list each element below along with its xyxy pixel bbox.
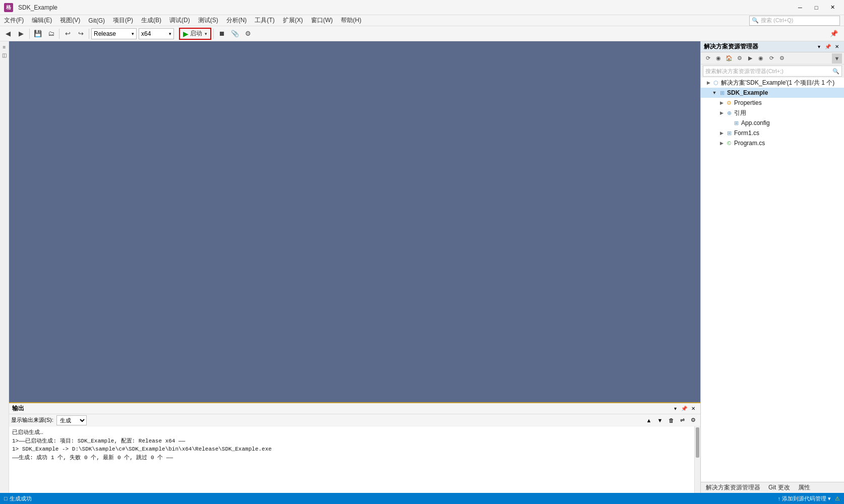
output-panel: 输出 ▾ 📌 ✕ 显示输出来源(S): 生成 ▲ ▼ 🗑 ⇌ ⚙ xyxy=(9,402,700,493)
menu-test[interactable]: 测试(S) xyxy=(194,15,222,26)
output-clear-btn[interactable]: 🗑 xyxy=(666,415,676,425)
output-collapse-btn[interactable]: ▾ xyxy=(671,405,679,413)
se-close-btn[interactable]: ✕ xyxy=(833,43,841,51)
se-btn-filter[interactable]: ▼ xyxy=(832,53,842,64)
se-btn-2[interactable]: ◉ xyxy=(713,53,724,64)
minimize-button[interactable]: ─ xyxy=(793,3,808,13)
tree-properties[interactable]: ▶ ⚙ Properties xyxy=(701,98,844,108)
menu-build[interactable]: 生成(B) xyxy=(137,15,165,26)
sep2 xyxy=(59,29,59,39)
menu-extensions[interactable]: 扩展(X) xyxy=(279,15,307,26)
toolbar-more-btn[interactable]: ⚙ xyxy=(242,28,254,40)
output-toolbar: 显示输出来源(S): 生成 ▲ ▼ 🗑 ⇌ ⚙ xyxy=(9,414,700,426)
output-content: 已启动生成… 1>——已启动生成: 项目: SDK_Example, 配置: R… xyxy=(9,426,694,493)
play-icon: ▶ xyxy=(183,30,189,38)
toolbar-save-btn[interactable]: 💾 xyxy=(32,28,44,40)
se-btn-7[interactable]: ⟳ xyxy=(766,53,776,64)
solution-icon: ⬡ xyxy=(712,79,720,87)
configuration-label: Release xyxy=(94,30,116,37)
output-line-3: 1> SDK_Example -> D:\SDK\sample\c#\SDK_E… xyxy=(12,445,691,454)
toolbar-stop-btn[interactable]: ⏹ xyxy=(216,28,228,40)
se-search-icon[interactable]: 🔍 xyxy=(832,68,839,75)
toolbar-back-btn[interactable]: ◀ xyxy=(2,28,14,40)
tab-properties[interactable]: 属性 xyxy=(795,482,813,493)
left-sidebar: ≡ ◫ xyxy=(0,41,9,493)
close-button[interactable]: ✕ xyxy=(825,3,840,13)
tree-solution[interactable]: ▶ ⬡ 解决方案'SDK_Example'(1 个项目/共 1 个) xyxy=(701,78,844,88)
output-settings-btn[interactable]: ⚙ xyxy=(688,415,698,425)
pin-right-btn[interactable]: 📌 xyxy=(828,28,840,40)
se-btn-6[interactable]: ◉ xyxy=(756,53,766,64)
toolbar: ◀ ▶ 💾 🗂 ↩ ↪ Release ▾ x64 ▾ ▶ 启动 ▾ ⏹ 📎 ⚙… xyxy=(0,26,844,41)
tab-solution-explorer[interactable]: 解决方案资源管理器 xyxy=(703,482,763,493)
menu-view[interactable]: 视图(V) xyxy=(56,15,84,26)
tree-form1[interactable]: ▶ ⊞ Form1.cs xyxy=(701,128,844,138)
menu-debug[interactable]: 调试(D) xyxy=(165,15,194,26)
menu-edit[interactable]: 编辑(E) xyxy=(28,15,56,26)
start-dropdown-arrow: ▾ xyxy=(205,31,207,36)
title-bar-left: 格 SDK_Example xyxy=(4,3,57,12)
tree-appconfig[interactable]: ⊞ App.config xyxy=(701,118,844,128)
sep4 xyxy=(213,29,214,39)
form1-expand-arrow: ▶ xyxy=(718,130,725,137)
status-warning-icon[interactable]: ⚠ xyxy=(835,495,840,502)
status-left: □ 生成成功 xyxy=(4,495,32,502)
se-btn-5[interactable]: ▶ xyxy=(745,53,755,64)
output-pin-btn[interactable]: 📌 xyxy=(680,405,688,413)
references-icon: ⊕ xyxy=(725,109,733,117)
content-wrapper: ≡ ◫ 输出 ▾ 📌 ✕ 显示输出来源(S): 生成 ▲ xyxy=(0,41,844,493)
se-btn-4[interactable]: ⚙ xyxy=(735,53,745,64)
output-close-btn[interactable]: ✕ xyxy=(689,405,697,413)
form1-label: Form1.cs xyxy=(734,130,759,137)
toolbar-redo-btn[interactable]: ↪ xyxy=(75,28,87,40)
sidebar-icon-2[interactable]: ◫ xyxy=(1,51,8,58)
output-scrollbar[interactable] xyxy=(694,426,700,493)
configuration-dropdown[interactable]: Release ▾ xyxy=(91,28,137,39)
menu-help[interactable]: 帮助(H) xyxy=(337,15,366,26)
status-label: 生成成功 xyxy=(10,495,32,502)
panel-tabs-area: 解决方案资源管理器 Git 更改 属性 xyxy=(701,482,844,493)
toolbar-attach-btn[interactable]: 📎 xyxy=(229,28,241,40)
tab-git-changes[interactable]: Git 更改 xyxy=(765,482,793,493)
tree-project[interactable]: ▼ ⊞ SDK_Example xyxy=(701,88,844,98)
status-add-source[interactable]: ↑ 添加到源代码管理 ▾ xyxy=(777,495,831,502)
se-search-placeholder: 搜索解决方案资源管理器(Ctrl+;) xyxy=(705,68,830,75)
menu-file[interactable]: 文件(F) xyxy=(0,15,28,26)
toolbar-saveall-btn[interactable]: 🗂 xyxy=(45,28,57,40)
search-placeholder: 搜索 (Ctrl+Q) xyxy=(761,17,793,24)
start-button[interactable]: ▶ 启动 ▾ xyxy=(179,28,211,40)
output-line-2: 1>——已启动生成: 项目: SDK_Example, 配置: Release … xyxy=(12,437,691,446)
output-wrap-btn[interactable]: ⇌ xyxy=(677,415,687,425)
menu-git[interactable]: Git(G) xyxy=(84,15,109,26)
output-controls: ▾ 📌 ✕ xyxy=(671,405,697,413)
menu-window[interactable]: 窗口(W) xyxy=(307,15,337,26)
solution-expand-arrow: ▶ xyxy=(705,79,712,86)
output-line-4: ——生成: 成功 1 个, 失败 0 个, 最新 0 个, 跳过 0 个 —— xyxy=(12,454,691,462)
solution-label: 解决方案'SDK_Example'(1 个项目/共 1 个) xyxy=(721,79,834,87)
toolbar-forward-btn[interactable]: ▶ xyxy=(15,28,27,40)
se-btn-1[interactable]: ⟳ xyxy=(703,53,713,64)
output-scroll-up-btn[interactable]: ▲ xyxy=(644,415,654,425)
status-icon: □ xyxy=(4,495,8,501)
platform-dropdown[interactable]: x64 ▾ xyxy=(139,28,174,39)
se-pin-btn[interactable]: 📌 xyxy=(824,43,832,51)
references-expand-arrow: ▶ xyxy=(718,109,725,116)
tree-program[interactable]: ▶ © Program.cs xyxy=(701,138,844,148)
menu-analyze[interactable]: 分析(N) xyxy=(222,15,251,26)
editor-area[interactable] xyxy=(9,41,700,402)
menu-tools[interactable]: 工具(T) xyxy=(251,15,278,26)
menu-project[interactable]: 项目(P) xyxy=(109,15,137,26)
maximize-button[interactable]: □ xyxy=(809,3,824,13)
toolbar-undo-btn[interactable]: ↩ xyxy=(62,28,74,40)
form1-icon: ⊞ xyxy=(725,129,733,137)
appconfig-no-arrow xyxy=(725,119,732,127)
sidebar-icon-1[interactable]: ≡ xyxy=(1,43,8,50)
tree-references[interactable]: ▶ ⊕ 引用 xyxy=(701,108,844,118)
output-source-select[interactable]: 生成 xyxy=(56,415,87,425)
output-scroll-down-btn[interactable]: ▼ xyxy=(655,415,665,425)
se-btn-3[interactable]: 🏠 xyxy=(724,53,734,64)
sep1 xyxy=(29,29,30,39)
se-btn-8[interactable]: ⚙ xyxy=(777,53,787,64)
appconfig-icon: ⊞ xyxy=(732,119,740,127)
se-collapse-btn[interactable]: ▾ xyxy=(815,43,823,51)
